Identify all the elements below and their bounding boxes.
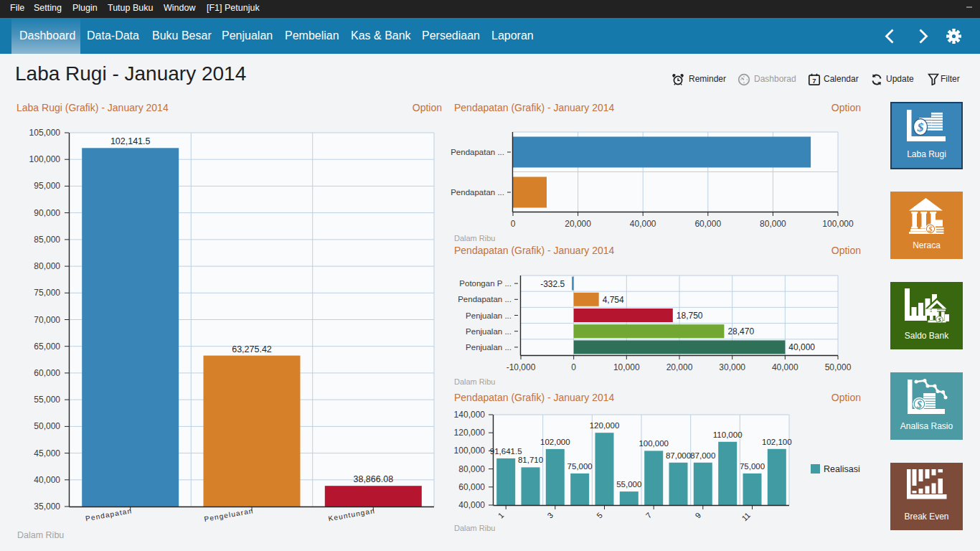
svg-text:-10,000: -10,000 — [507, 362, 536, 372]
svg-text:63,275.42: 63,275.42 — [232, 344, 272, 354]
svg-text:40,000: 40,000 — [772, 362, 798, 372]
svg-text:60,000: 60,000 — [458, 482, 485, 492]
svg-text:Pendapatan ...: Pendapatan ... — [451, 148, 504, 156]
svg-text:55,000: 55,000 — [34, 395, 60, 405]
svg-text:120,000: 120,000 — [590, 421, 620, 430]
svg-text:100,000: 100,000 — [639, 439, 669, 448]
svg-text:$: $ — [916, 400, 922, 410]
svg-text:95,000: 95,000 — [34, 181, 60, 191]
svg-text:45,000: 45,000 — [34, 448, 60, 458]
svg-text:Pendapatan ...: Pendapatan ... — [458, 295, 512, 303]
svg-text:Option: Option — [413, 102, 442, 113]
svg-text:3: 3 — [545, 511, 555, 520]
svg-text:38,866.08: 38,866.08 — [353, 474, 393, 484]
svg-text:Pendapatan (Grafik) - January: Pendapatan (Grafik) - January 2014 — [454, 245, 615, 256]
svg-text:55,000: 55,000 — [616, 480, 641, 489]
svg-text:Laba Rugi (Grafik) - January 2: Laba Rugi (Grafik) - January 2014 — [17, 102, 169, 113]
svg-text:20,000: 20,000 — [666, 362, 693, 372]
svg-text:60,000: 60,000 — [694, 219, 721, 229]
svg-text:91,641.5: 91,641.5 — [490, 447, 522, 456]
svg-text:102,100: 102,100 — [762, 438, 792, 446]
svg-text:102,000: 102,000 — [540, 438, 570, 446]
svg-text:35,000: 35,000 — [34, 501, 60, 512]
svg-text:Penjualan ...: Penjualan ... — [466, 343, 512, 352]
svg-text:$: $ — [916, 121, 923, 134]
svg-text:70,000: 70,000 — [34, 315, 60, 325]
svg-text:Dalam Ribu: Dalam Ribu — [17, 530, 64, 540]
svg-text:1: 1 — [496, 511, 506, 520]
svg-text:7: 7 — [644, 511, 654, 520]
svg-text:100,000: 100,000 — [822, 219, 854, 229]
svg-text:40,000: 40,000 — [458, 500, 485, 510]
svg-text:5: 5 — [595, 511, 604, 520]
svg-text:9: 9 — [693, 511, 702, 520]
svg-text:40,000: 40,000 — [34, 475, 60, 485]
svg-text:75,000: 75,000 — [740, 462, 765, 471]
svg-text:Potongan P ...: Potongan P ... — [459, 279, 512, 288]
svg-text:100,000: 100,000 — [454, 446, 486, 456]
svg-text:Pendapatan: Pendapatan — [85, 507, 133, 522]
svg-text:Keuntungan: Keuntungan — [328, 507, 376, 522]
svg-text:81,710: 81,710 — [518, 456, 543, 464]
svg-text:Dalam Ribu: Dalam Ribu — [454, 234, 495, 242]
svg-text:110,000: 110,000 — [713, 430, 743, 439]
svg-text:75,000: 75,000 — [567, 462, 593, 471]
svg-text:20,000: 20,000 — [565, 219, 591, 229]
svg-text:18,750: 18,750 — [677, 311, 703, 321]
svg-text:102,141.5: 102,141.5 — [110, 136, 151, 146]
svg-text:40,000: 40,000 — [788, 342, 815, 352]
svg-text:28,470: 28,470 — [727, 326, 754, 336]
svg-text:Pendapatan (Grafik) - January: Pendapatan (Grafik) - January 2014 — [454, 102, 615, 113]
svg-text:Pendapatan (Grafik) - January: Pendapatan (Grafik) - January 2014 — [454, 392, 615, 403]
svg-text:100,000: 100,000 — [29, 154, 61, 164]
svg-text:140,000: 140,000 — [454, 410, 486, 420]
svg-text:40,000: 40,000 — [630, 219, 656, 229]
svg-text:Penjualan ...: Penjualan ... — [466, 327, 512, 336]
svg-text:Option: Option — [831, 102, 861, 113]
svg-text:85,000: 85,000 — [34, 235, 60, 245]
svg-text:105,000: 105,000 — [29, 128, 61, 138]
svg-text:87,000: 87,000 — [666, 451, 691, 460]
svg-text:Realisasi: Realisasi — [824, 464, 860, 474]
svg-text:50,000: 50,000 — [34, 421, 60, 431]
svg-text:60,000: 60,000 — [34, 368, 60, 378]
svg-text:$: $ — [928, 225, 933, 233]
svg-text:11: 11 — [740, 511, 752, 523]
svg-text:75,000: 75,000 — [34, 288, 60, 298]
svg-text:Option: Option — [831, 245, 861, 256]
svg-text:0: 0 — [511, 219, 516, 229]
svg-text:80,000: 80,000 — [34, 261, 60, 271]
svg-text:80,000: 80,000 — [458, 464, 485, 474]
svg-text:87,000: 87,000 — [690, 451, 715, 460]
svg-text:$: $ — [937, 316, 941, 323]
svg-text:90,000: 90,000 — [34, 208, 60, 218]
svg-text:80,000: 80,000 — [760, 219, 786, 229]
svg-text:Dalam Ribu: Dalam Ribu — [454, 377, 495, 386]
svg-text:Pendapatan ...: Pendapatan ... — [451, 188, 504, 197]
svg-text:Penjualan ...: Penjualan ... — [466, 311, 512, 320]
svg-text:65,000: 65,000 — [34, 342, 60, 352]
svg-text:Dalam Ribu: Dalam Ribu — [454, 524, 495, 532]
svg-text:0: 0 — [571, 362, 576, 372]
svg-text:4,754: 4,754 — [603, 295, 624, 305]
svg-text:10,000: 10,000 — [613, 362, 640, 372]
svg-text:30,000: 30,000 — [719, 362, 745, 372]
svg-text:-332.5: -332.5 — [540, 279, 565, 289]
svg-text:120,000: 120,000 — [454, 428, 486, 438]
svg-text:Pengeluaran: Pengeluaran — [204, 507, 255, 523]
svg-text:50,000: 50,000 — [825, 362, 852, 372]
svg-text:Option: Option — [831, 392, 861, 403]
